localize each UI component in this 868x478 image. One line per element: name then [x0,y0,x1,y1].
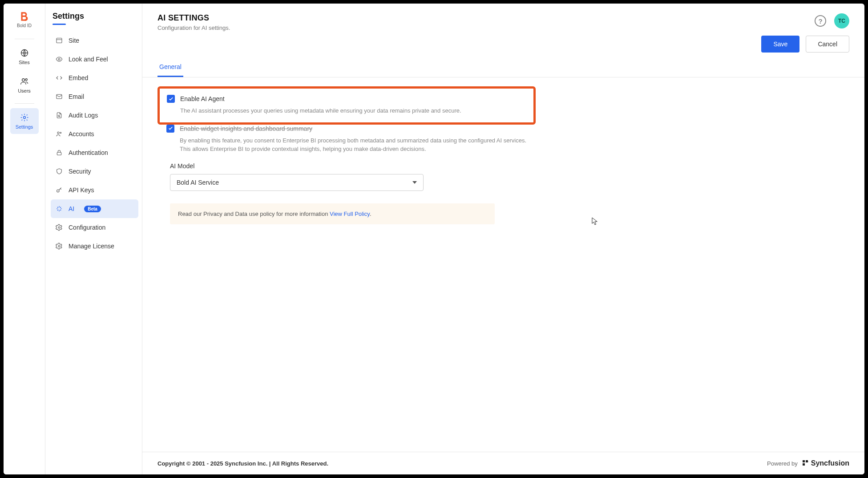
checkbox-enable-ai-agent[interactable] [167,95,175,103]
sidebar-item-label: AI [69,205,74,212]
policy-notice: Read our Privacy and Data use policy for… [170,203,495,224]
rail-divider [15,39,34,39]
tab-general[interactable]: General [157,58,183,77]
svg-point-12 [58,227,60,228]
svg-point-5 [58,58,60,60]
sidebar-title: Settings [51,12,138,21]
enable-widget-insights-block: Enable widget insights and dashboard sum… [157,124,545,224]
svg-point-8 [57,132,59,134]
chevron-down-icon [412,181,417,184]
checkbox-enable-widget-insights[interactable] [166,125,174,133]
gear-icon [55,223,63,231]
settings-sidebar: Settings Site Look and Feel Embed Email … [45,4,142,474]
sidebar-item-label: API Keys [69,186,94,194]
ai-model-select[interactable]: Bold AI Service [170,174,424,191]
sidebar-item-label: Security [69,168,91,175]
sidebar-item-configuration[interactable]: Configuration [51,218,138,237]
app-frame: Bold ID Sites Users Settings Settings [4,4,864,474]
rail-divider [15,103,34,104]
syncfusion-logo: Syncfusion [802,459,849,467]
policy-suffix: . [370,211,371,217]
checkbox-label: Enable AI Agent [180,95,225,102]
code-icon [55,74,63,82]
sidebar-item-label: Email [69,93,84,100]
beta-badge: Beta [84,206,101,212]
brand-logo[interactable]: Bold ID [17,11,32,28]
sidebar-item-email[interactable]: Email [51,87,138,106]
sidebar-item-accounts[interactable]: Accounts [51,125,138,143]
content-area: Enable AI Agent The AI assistant process… [142,77,864,224]
eye-icon [55,55,63,63]
rail-item-settings[interactable]: Settings [10,108,39,134]
sidebar-item-authentication[interactable]: Authentication [51,143,138,162]
footer: Copyright © 2001 - 2025 Syncfusion Inc. … [142,452,864,474]
svg-point-7 [58,115,60,117]
cursor-icon [592,217,598,225]
svg-point-9 [60,132,61,134]
select-value: Bold AI Service [177,179,219,186]
svg-point-11 [57,190,59,192]
action-row: Save Cancel [142,36,864,58]
sidebar-item-label: Audit Logs [69,112,98,119]
title-underline [52,24,66,25]
tabs: General [142,58,864,77]
svg-rect-6 [57,94,62,98]
checkbox-description: The AI assistant processes your queries … [180,106,526,115]
save-button[interactable]: Save [761,36,799,53]
highlight-enable-ai-agent: Enable AI Agent The AI assistant process… [157,86,536,125]
sidebar-item-manage-license[interactable]: Manage License [51,237,138,255]
user-avatar[interactable]: TC [834,13,849,28]
copyright-text: Copyright © 2001 - 2025 Syncfusion Inc. … [157,460,328,467]
gear-icon [55,242,63,250]
rail-item-sites[interactable]: Sites [10,44,39,69]
site-icon [55,36,63,45]
sidebar-item-label: Site [69,37,79,44]
sidebar-item-label: Manage License [69,243,114,250]
bold-logo-icon [18,11,30,22]
checkbox-label: Enable widget insights and dashboard sum… [180,125,312,132]
cancel-button[interactable]: Cancel [806,36,849,53]
policy-text: Read our Privacy and Data use policy for… [178,211,330,217]
file-search-icon [55,111,63,119]
mail-icon [55,93,63,101]
page-subtitle: Configuration for AI settings. [157,24,230,31]
rail-item-users[interactable]: Users [10,72,39,98]
sidebar-item-site[interactable]: Site [51,31,138,50]
key-icon [55,186,63,194]
sidebar-item-label: Configuration [69,224,105,231]
page-title: AI SETTINGS [157,13,230,23]
svg-point-1 [22,79,24,81]
svg-rect-16 [803,463,805,466]
sidebar-item-security[interactable]: Security [51,162,138,181]
lock-icon [55,149,63,157]
svg-point-17 [807,461,808,462]
svg-rect-14 [803,460,805,462]
sidebar-item-ai[interactable]: AI Beta [51,199,138,218]
sidebar-item-api-keys[interactable]: API Keys [51,181,138,199]
main-header: AI SETTINGS Configuration for AI setting… [142,4,864,36]
sidebar-item-audit-logs[interactable]: Audit Logs [51,106,138,125]
svg-point-2 [25,79,27,81]
main-panel: AI SETTINGS Configuration for AI setting… [142,4,864,474]
accounts-icon [55,130,63,138]
sidebar-item-label: Authentication [69,149,108,156]
svg-rect-10 [57,152,61,155]
gear-icon [20,113,29,122]
sidebar-item-look-and-feel[interactable]: Look and Feel [51,50,138,69]
help-icon[interactable]: ? [815,15,826,27]
svg-point-3 [23,117,25,119]
svg-point-13 [58,245,60,247]
policy-link[interactable]: View Full Policy [330,211,370,217]
users-icon [20,77,29,86]
sparkle-icon [55,205,63,213]
shield-icon [55,167,63,175]
checkbox-description: By enabling this feature, you consent to… [180,136,537,154]
svg-rect-4 [57,38,62,43]
sidebar-item-label: Accounts [69,130,94,138]
sidebar-item-embed[interactable]: Embed [51,69,138,87]
ai-model-label: AI Model [170,162,537,170]
nav-rail: Bold ID Sites Users Settings [4,4,45,474]
brand-label: Bold ID [17,23,32,28]
globe-icon [20,48,29,58]
sidebar-item-label: Look and Feel [69,56,108,63]
